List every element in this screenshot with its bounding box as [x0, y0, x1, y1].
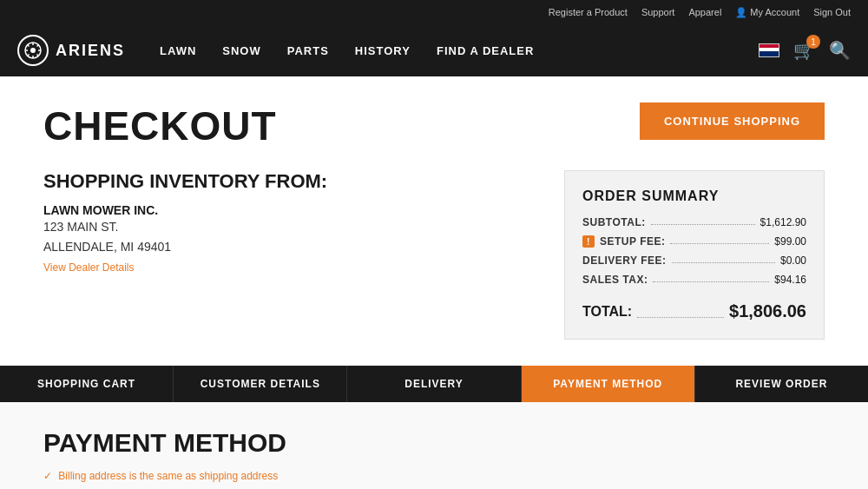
logo-icon: [17, 35, 49, 66]
inventory-title: SHOPPING INVENTORY FROM:: [43, 170, 538, 193]
svg-line-7: [37, 55, 39, 56]
subtotal-label: SUBTOTAL:: [582, 216, 646, 228]
total-label: TOTAL:: [582, 304, 632, 320]
tab-review-order[interactable]: REVIEW ORDER: [695, 366, 868, 402]
order-summary-title: ORDER SUMMARY: [582, 188, 806, 204]
search-icon[interactable]: 🔍: [829, 40, 851, 61]
billing-note: ✓ Billing address is the same as shippin…: [43, 470, 825, 482]
total-row: TOTAL: $1,806.06: [582, 294, 806, 321]
setup-value: $99.00: [774, 235, 806, 248]
main-nav: ARIENS LAWN SNOW PARTS HISTORY FIND A DE…: [0, 24, 868, 76]
dealer-link[interactable]: View Dealer Details: [43, 261, 135, 274]
delivery-value: $0.00: [780, 254, 806, 267]
svg-line-6: [28, 45, 30, 47]
my-account-link[interactable]: 👤 My Account: [735, 7, 799, 18]
svg-line-8: [37, 45, 39, 47]
dealer-address-1: 123 MAIN ST.: [43, 217, 538, 236]
register-product-link[interactable]: Register a Product: [549, 7, 628, 17]
tax-value: $94.16: [774, 274, 806, 286]
subtotal-dots: [651, 224, 755, 225]
cart-badge: 1: [806, 35, 820, 49]
page-content: CHECKOUT CONTINUE SHOPPING SHOPPING INVE…: [0, 76, 868, 489]
cart-icon[interactable]: 🛒 1: [793, 40, 815, 61]
nav-links: LAWN SNOW PARTS HISTORY FIND A DEALER: [160, 44, 759, 57]
setup-label: ! SETUP FEE:: [582, 235, 665, 248]
total-value: $1,806.06: [729, 301, 806, 321]
logo-text: ARIENS: [56, 42, 125, 60]
header-row: CHECKOUT CONTINUE SHOPPING: [43, 102, 825, 149]
nav-history[interactable]: HISTORY: [355, 44, 411, 57]
order-summary-panel: ORDER SUMMARY SUBTOTAL: $1,612.90 ! SETU…: [564, 170, 825, 340]
nav-snow[interactable]: SNOW: [222, 44, 260, 57]
svg-point-1: [30, 48, 36, 53]
nav-lawn[interactable]: LAWN: [160, 44, 196, 57]
delivery-label: DELIVERY FEE:: [582, 254, 667, 267]
logo[interactable]: ARIENS: [17, 35, 125, 66]
subtotal-value: $1,612.90: [760, 216, 806, 228]
utility-bar: Register a Product Support Apparel 👤 My …: [0, 0, 868, 24]
page-title: CHECKOUT: [43, 102, 277, 149]
check-icon: ✓: [43, 470, 52, 482]
tab-customer-details[interactable]: CUSTOMER DETAILS: [174, 366, 347, 402]
delivery-dots: [672, 262, 775, 263]
payment-method-title: PAYMENT METHOD: [43, 428, 825, 458]
nav-right: 🛒 1 🔍: [759, 40, 851, 61]
tab-payment-method[interactable]: PAYMENT METHOD: [522, 366, 695, 402]
delivery-row: DELIVERY FEE: $0.00: [582, 254, 806, 267]
left-column: SHOPPING INVENTORY FROM: LAWN MOWER INC.…: [43, 170, 538, 340]
order-summary-box: ORDER SUMMARY SUBTOTAL: $1,612.90 ! SETU…: [564, 170, 825, 340]
flag-icon[interactable]: [759, 43, 779, 57]
tax-dots: [653, 281, 769, 282]
apparel-link[interactable]: Apparel: [688, 7, 721, 17]
payment-section: PAYMENT METHOD ✓ Billing address is the …: [0, 402, 868, 489]
setup-row: ! SETUP FEE: $99.00: [582, 235, 806, 248]
dealer-name: LAWN MOWER INC.: [43, 203, 538, 217]
tax-label: SALES TAX:: [582, 274, 648, 286]
setup-dots: [670, 243, 769, 244]
main-two-col: SHOPPING INVENTORY FROM: LAWN MOWER INC.…: [43, 170, 825, 340]
subtotal-row: SUBTOTAL: $1,612.90: [582, 216, 806, 228]
total-dots: [637, 317, 724, 318]
dealer-address-2: ALLENDALE, MI 49401: [43, 237, 538, 256]
svg-line-9: [28, 55, 30, 56]
tab-nav: SHOPPING CART CUSTOMER DETAILS DELIVERY …: [0, 366, 868, 402]
nav-parts[interactable]: PARTS: [287, 44, 329, 57]
sign-out-link[interactable]: Sign Out: [813, 7, 851, 17]
support-link[interactable]: Support: [641, 7, 675, 17]
tab-delivery[interactable]: DELIVERY: [347, 366, 521, 402]
tab-shopping-cart[interactable]: SHOPPING CART: [0, 366, 174, 402]
nav-find-dealer[interactable]: FIND A DEALER: [437, 44, 534, 57]
setup-warning-icon: !: [582, 235, 595, 248]
tax-row: SALES TAX: $94.16: [582, 274, 806, 286]
continue-shopping-button[interactable]: CONTINUE SHOPPING: [640, 102, 825, 140]
